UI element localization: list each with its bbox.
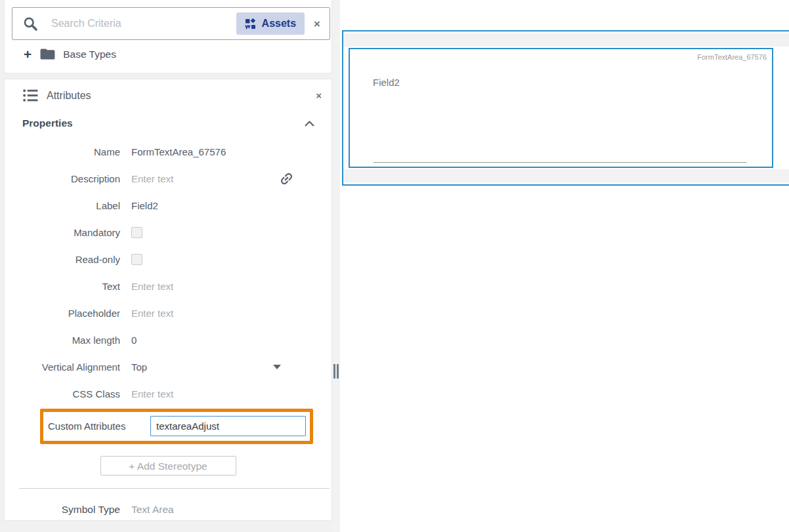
vertical-alignment-label: Vertical Alignment [5,361,131,373]
widget-field-label: Field2 [373,77,400,88]
symbol-type-row: Symbol Type Text Area [5,499,331,520]
property-row-placeholder: Placeholder Enter text [5,300,331,327]
custom-attributes-input[interactable] [150,416,306,436]
search-icon [22,15,39,33]
css-class-value[interactable]: Enter text [131,388,173,399]
symbol-type-value: Text Area [131,504,174,516]
property-row-description: Description Enter text [5,165,331,192]
readonly-label: Read-only [5,254,131,265]
drop-zone-bottom [343,169,789,182]
search-input[interactable] [50,17,236,30]
attributes-title: Attributes [47,90,91,102]
widget-name-tag: FormTextArea_67576 [697,53,767,61]
attributes-close-icon[interactable]: × [316,90,322,101]
text-value[interactable]: Enter text [131,281,173,292]
custom-attributes-highlight: Custom Attributes [40,409,313,444]
symbol-type-label: Symbol Type [5,504,131,516]
splitter-drag-handle[interactable] [333,364,339,379]
vertical-alignment-value: Top [131,361,147,373]
label-value[interactable]: Field2 [131,200,158,211]
property-row-text: Text Enter text [5,273,331,300]
property-row-vertical-alignment: Vertical Alignment Top [5,354,331,380]
assets-button[interactable]: Assets [236,12,305,35]
selected-row-container[interactable]: FormTextArea_67576 Field2 [342,30,789,186]
description-label: Description [5,173,131,184]
drop-zone-top [343,33,789,47]
text-label: Text [5,281,131,292]
search-box[interactable]: Assets × [12,7,330,40]
tree-row-base-types[interactable]: + Base Types [24,47,116,61]
max-length-value[interactable]: 0 [131,335,137,346]
expand-plus-icon[interactable]: + [24,47,32,61]
description-value[interactable]: Enter text [131,173,173,184]
property-row-label: Label Field2 [5,192,331,219]
form-canvas[interactable]: FormTextArea_67576 Field2 [340,0,789,532]
attributes-panel: Attributes × Properties Name FormTextAre… [4,79,332,521]
property-row-name: Name FormTextArea_67576 [5,138,331,165]
placeholder-value[interactable]: Enter text [131,308,173,319]
label-label: Label [5,200,131,211]
property-row-readonly: Read-only [5,246,331,273]
property-row-mandatory: Mandatory [5,219,331,246]
tree-item-label: Base Types [63,49,116,60]
property-row-max-length: Max length 0 [5,327,331,354]
vertical-alignment-dropdown[interactable]: Top [131,361,281,373]
link-icon[interactable] [279,171,294,186]
attributes-list-icon [22,88,39,103]
panel-splitter[interactable] [332,0,340,532]
assets-icon [245,18,256,30]
name-label: Name [5,146,131,157]
section-divider [19,488,330,489]
properties-section-title: Properties [22,117,73,129]
assets-button-label: Assets [262,18,296,30]
textarea-underline [373,162,746,163]
add-stereotype-button[interactable]: + Add Stereotype [100,456,236,476]
property-row-css-class: CSS Class Enter text [5,380,331,407]
chevron-down-icon [273,365,281,369]
property-row-custom-attributes: Custom Attributes [5,407,331,445]
name-value[interactable]: FormTextArea_67576 [131,146,226,157]
readonly-checkbox[interactable] [131,254,142,265]
folder-icon [40,48,55,60]
chevron-up-icon[interactable] [304,120,315,127]
placeholder-label: Placeholder [5,308,131,319]
custom-attributes-label: Custom Attributes [48,420,125,432]
css-class-label: CSS Class [5,388,131,399]
mandatory-checkbox[interactable] [131,227,142,238]
max-length-label: Max length [5,335,131,346]
mandatory-label: Mandatory [5,227,131,238]
form-textarea-widget[interactable]: FormTextArea_67576 Field2 [349,48,773,168]
search-panel: Assets × + Base Types [4,0,332,73]
search-close-icon[interactable]: × [314,18,320,30]
